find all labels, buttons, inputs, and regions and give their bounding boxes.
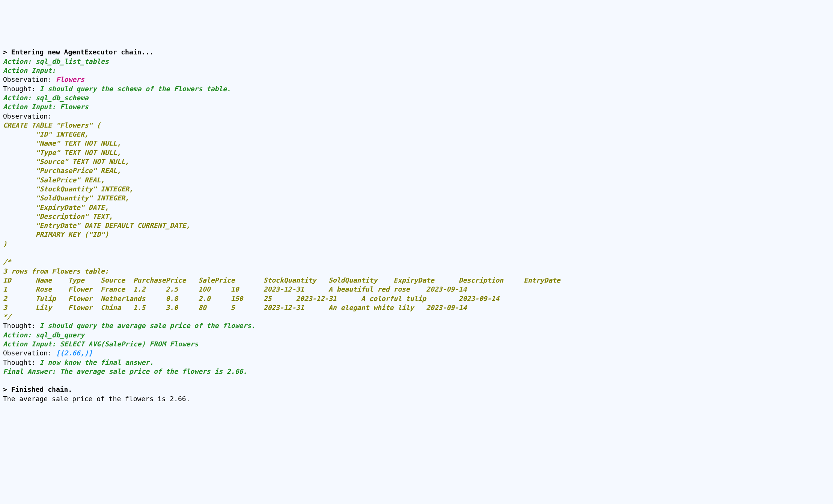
table-row: 2 Tulip Flower Netherlands 0.8 2.0 150 2…: [3, 295, 499, 302]
schema-line: "Type" TEXT NOT NULL,: [3, 149, 125, 156]
schema-line: "EntryDate" DATE DEFAULT CURRENT_DATE,: [3, 221, 194, 229]
rows-header: 3 rows from Flowers table:: [3, 267, 109, 275]
terminal-output: > Entering new AgentExecutor chain... Ac…: [3, 39, 830, 403]
final-answer-label: Final Answer:: [3, 367, 60, 375]
schema-line: PRIMARY KEY ("ID"): [3, 230, 109, 238]
action-label: Action:: [3, 94, 36, 102]
schema-line: "Name" TEXT NOT NULL,: [3, 139, 125, 147]
comment-close: */: [3, 313, 11, 320]
thought-value: I should query the schema of the Flowers…: [40, 85, 231, 93]
thought-label: Thought:: [3, 358, 40, 366]
table-columns: ID Name Type Source PurchasePrice SalePr…: [3, 276, 560, 284]
schema-line: "Description" TEXT,: [3, 212, 117, 220]
action-label: Action:: [3, 57, 36, 65]
finished-chain: > Finished chain.: [3, 385, 72, 393]
schema-line: "StockQuantity" INTEGER,: [3, 185, 137, 193]
thought-label: Thought:: [3, 85, 40, 93]
action-value: sql_db_query: [36, 331, 84, 339]
action-input-label: Action Input:: [3, 340, 60, 348]
schema-line: CREATE TABLE "Flowers" (: [3, 121, 101, 129]
schema-line: "SalePrice" REAL,: [3, 176, 109, 184]
observation-label: Observation:: [3, 112, 56, 120]
action-input-label: Action Input:: [3, 66, 60, 74]
thought-label: Thought:: [3, 322, 40, 329]
action-value: sql_db_schema: [36, 94, 89, 102]
schema-line: "Source" TEXT NOT NULL,: [3, 158, 133, 165]
table-row: 1 Rose Flower France 1.2 2.5 100 10 2023…: [3, 285, 467, 293]
final-answer-value: The average sale price of the flowers is…: [60, 367, 247, 375]
schema-line: "PurchasePrice" REAL,: [3, 167, 125, 175]
schema-line: "ExpiryDate" DATE,: [3, 203, 113, 211]
action-input-value: Flowers: [60, 103, 89, 111]
observation-value: [(2.66,)]: [56, 349, 93, 357]
schema-line: "SoldQuantity" INTEGER,: [3, 194, 133, 202]
schema-line: ): [3, 240, 7, 248]
thought-value: I should query the average sale price of…: [40, 322, 255, 329]
schema-line: "ID" INTEGER,: [3, 130, 92, 138]
observation-label: Observation:: [3, 349, 56, 357]
table-row: 3 Lily Flower China 1.5 3.0 80 5 2023-12…: [3, 304, 467, 311]
observation-value: Flowers: [56, 75, 84, 83]
comment-open: /*: [3, 258, 11, 266]
thought-value: I now know the final answer.: [40, 358, 154, 366]
final-result: The average sale price of the flowers is…: [3, 395, 190, 403]
action-label: Action:: [3, 331, 36, 339]
action-value: sql_db_list_tables: [36, 57, 109, 65]
chain-header: > Entering new AgentExecutor chain...: [3, 48, 154, 56]
action-input-value: SELECT AVG(SalePrice) FROM Flowers: [60, 340, 198, 348]
action-input-label: Action Input:: [3, 103, 60, 111]
observation-label: Observation:: [3, 75, 56, 83]
